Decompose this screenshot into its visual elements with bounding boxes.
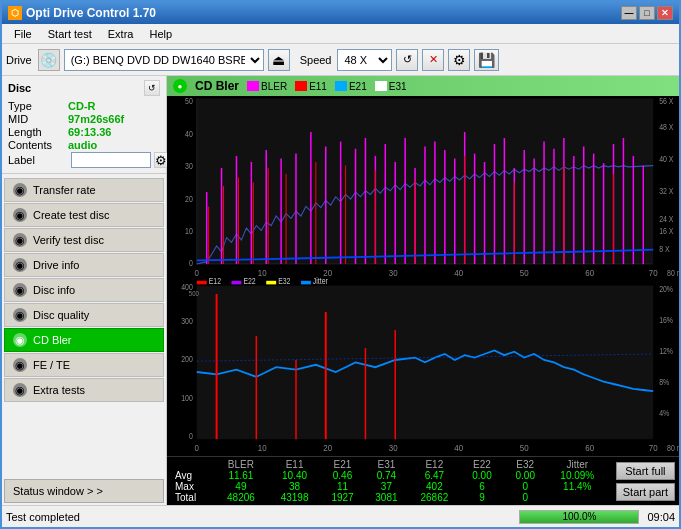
minimize-button[interactable]: — bbox=[621, 6, 637, 20]
label-input[interactable] bbox=[71, 152, 151, 168]
chart-header: ● CD Bler BLER E11 E21 E31 bbox=[167, 76, 679, 96]
svg-text:48 X: 48 X bbox=[659, 122, 673, 132]
svg-text:40 X: 40 X bbox=[659, 154, 673, 164]
nav-label-drive-info: Drive info bbox=[33, 259, 79, 271]
mid-value: 97m26s66f bbox=[68, 113, 124, 125]
cd-bler-icon: ◉ bbox=[13, 333, 27, 347]
toolbar: Drive 💿 (G:) BENQ DVD DD DW1640 BSRB ⏏ S… bbox=[2, 44, 679, 76]
nav-item-disc-quality[interactable]: ◉ Disc quality bbox=[4, 303, 164, 327]
type-label: Type bbox=[8, 100, 68, 112]
drive-info-icon: ◉ bbox=[13, 258, 27, 272]
nav-label-transfer-rate: Transfer rate bbox=[33, 184, 96, 196]
nav-item-drive-info[interactable]: ◉ Drive info bbox=[4, 253, 164, 277]
drive-select[interactable]: (G:) BENQ DVD DD DW1640 BSRB bbox=[64, 49, 264, 71]
verify-test-disc-icon: ◉ bbox=[13, 233, 27, 247]
bottom-buttons-area: Start full Start part bbox=[612, 457, 679, 505]
svg-text:E12: E12 bbox=[209, 277, 221, 287]
disc-panel-title: Disc bbox=[8, 82, 31, 94]
svg-text:4%: 4% bbox=[659, 409, 669, 419]
drive-icon: 💿 bbox=[38, 49, 60, 71]
total-bler: 48206 bbox=[213, 492, 268, 503]
table-row-total: Total 48206 43198 1927 3081 26862 9 0 bbox=[171, 492, 608, 503]
svg-text:20: 20 bbox=[185, 194, 193, 204]
maximize-button[interactable]: □ bbox=[639, 6, 655, 20]
svg-text:80 min: 80 min bbox=[667, 268, 679, 278]
col-header-e21: E21 bbox=[321, 459, 365, 470]
max-e22: 6 bbox=[460, 481, 503, 492]
nav-label-verify-test-disc: Verify test disc bbox=[33, 234, 104, 246]
svg-text:100: 100 bbox=[181, 393, 193, 403]
start-part-button[interactable]: Start part bbox=[616, 483, 675, 501]
menu-extra[interactable]: Extra bbox=[100, 26, 142, 42]
nav-label-extra-tests: Extra tests bbox=[33, 384, 85, 396]
nav-item-create-test-disc[interactable]: ◉ Create test disc bbox=[4, 203, 164, 227]
svg-text:50: 50 bbox=[185, 97, 193, 107]
max-e21: 11 bbox=[321, 481, 365, 492]
progress-container: 100.0% bbox=[519, 510, 639, 524]
legend-label-e11: E11 bbox=[309, 81, 327, 92]
total-e11: 43198 bbox=[269, 492, 321, 503]
progress-label: 100.0% bbox=[520, 511, 638, 523]
data-table-area: BLER E11 E21 E31 E12 E22 E32 Jitter bbox=[167, 457, 612, 505]
svg-text:70: 70 bbox=[649, 442, 658, 453]
nav-label-disc-quality: Disc quality bbox=[33, 309, 89, 321]
status-window-button[interactable]: Status window > > bbox=[4, 479, 164, 503]
total-e31: 3081 bbox=[364, 492, 408, 503]
nav-item-extra-tests[interactable]: ◉ Extra tests bbox=[4, 378, 164, 402]
table-row-avg: Avg 11.61 10.40 0.46 0.74 6.47 0.00 0.00… bbox=[171, 470, 608, 481]
avg-e22: 0.00 bbox=[460, 470, 503, 481]
svg-text:50: 50 bbox=[520, 267, 529, 278]
svg-text:Jitter: Jitter bbox=[313, 277, 328, 287]
svg-text:40: 40 bbox=[454, 267, 463, 278]
max-e11: 38 bbox=[269, 481, 321, 492]
speed-select[interactable]: 48 X bbox=[337, 49, 392, 71]
menu-bar: File Start test Extra Help bbox=[2, 24, 679, 44]
extra-tests-icon: ◉ bbox=[13, 383, 27, 397]
svg-text:24 X: 24 X bbox=[659, 214, 673, 224]
nav-item-transfer-rate[interactable]: ◉ Transfer rate bbox=[4, 178, 164, 202]
eject-button[interactable]: ⏏ bbox=[268, 49, 290, 71]
menu-start-test[interactable]: Start test bbox=[40, 26, 100, 42]
legend-color-e11 bbox=[295, 81, 307, 91]
max-e32: 0 bbox=[504, 481, 547, 492]
legend-bler: BLER bbox=[247, 81, 287, 92]
col-header-e11: E11 bbox=[269, 459, 321, 470]
row-total-label: Total bbox=[171, 492, 213, 503]
label-label: Label bbox=[8, 154, 68, 166]
length-label: Length bbox=[8, 126, 68, 138]
svg-text:12%: 12% bbox=[659, 346, 673, 356]
nav-item-verify-test-disc[interactable]: ◉ Verify test disc bbox=[4, 228, 164, 252]
start-full-button[interactable]: Start full bbox=[616, 462, 675, 480]
nav-item-cd-bler[interactable]: ◉ CD Bler bbox=[4, 328, 164, 352]
close-button[interactable]: ✕ bbox=[657, 6, 673, 20]
disc-info-icon: ◉ bbox=[13, 283, 27, 297]
svg-text:30: 30 bbox=[389, 267, 398, 278]
col-header-e32: E32 bbox=[504, 459, 547, 470]
status-text: Test completed bbox=[6, 511, 80, 523]
clear-button[interactable]: ✕ bbox=[422, 49, 444, 71]
svg-text:0: 0 bbox=[189, 259, 193, 269]
charts-area: 0 10 20 30 40 50 60 70 80 min 0 10 20 30… bbox=[167, 96, 679, 456]
status-window-label: Status window > > bbox=[13, 485, 103, 497]
menu-file[interactable]: File bbox=[6, 26, 40, 42]
refresh-button[interactable]: ↺ bbox=[396, 49, 418, 71]
svg-text:40: 40 bbox=[185, 129, 193, 139]
col-header-e31: E31 bbox=[364, 459, 408, 470]
svg-text:8%: 8% bbox=[659, 378, 669, 388]
svg-text:70: 70 bbox=[649, 267, 658, 278]
svg-text:60: 60 bbox=[585, 442, 594, 453]
svg-text:20: 20 bbox=[323, 442, 332, 453]
label-action-button[interactable]: ⚙ bbox=[154, 152, 168, 168]
nav-item-disc-info[interactable]: ◉ Disc info bbox=[4, 278, 164, 302]
svg-rect-84 bbox=[266, 281, 276, 285]
nav-item-fe-te[interactable]: ◉ FE / TE bbox=[4, 353, 164, 377]
settings-button[interactable]: ⚙ bbox=[448, 49, 470, 71]
avg-e11: 10.40 bbox=[269, 470, 321, 481]
create-test-disc-icon: ◉ bbox=[13, 208, 27, 222]
disc-refresh-button[interactable]: ↺ bbox=[144, 80, 160, 96]
menu-help[interactable]: Help bbox=[141, 26, 180, 42]
title-bar-left: ⬡ Opti Drive Control 1.70 bbox=[8, 6, 156, 20]
svg-text:10: 10 bbox=[258, 267, 267, 278]
save-button[interactable]: 💾 bbox=[474, 49, 499, 71]
fe-te-icon: ◉ bbox=[13, 358, 27, 372]
